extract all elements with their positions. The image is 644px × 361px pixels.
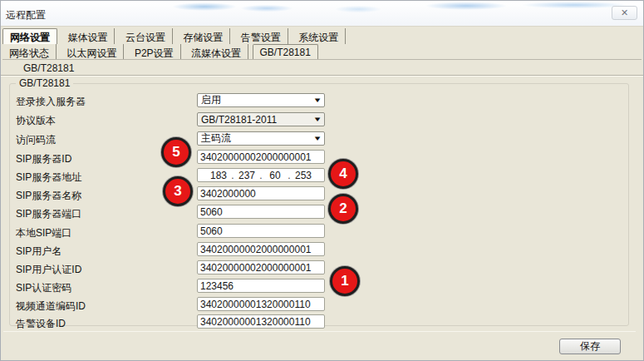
tab-p2p-settings[interactable]: P2P设置	[128, 44, 181, 60]
ip-octet-2: 237	[237, 170, 257, 181]
ip-octet-3: 60	[265, 170, 285, 181]
sip-server-id-field[interactable]	[197, 150, 325, 164]
sip-username-field[interactable]	[197, 242, 325, 256]
label-login-access-server: 登录接入服务器	[16, 95, 86, 109]
label-sip-username: SIP用户名	[16, 245, 61, 259]
access-stream-select[interactable]: 主码流 ▼	[197, 131, 325, 146]
sip-server-name-field[interactable]	[197, 186, 325, 200]
tab-stream-media-settings[interactable]: 流媒体设置	[184, 44, 248, 60]
ip-octet-4: 253	[293, 170, 313, 181]
callout-badge-4: 4	[328, 159, 358, 189]
login-access-server-value: 启用	[201, 93, 221, 107]
groupbox-legend: GB/T28181	[16, 77, 73, 89]
tab-ptz-settings[interactable]: 云台设置	[119, 28, 173, 44]
tab-media-settings[interactable]: 媒体设置	[61, 28, 115, 44]
close-icon[interactable]: ✕	[612, 6, 637, 20]
callout-badge-5: 5	[161, 137, 191, 167]
chevron-down-icon: ▼	[312, 96, 322, 104]
ip-dot: .	[229, 170, 237, 181]
ip-dot: .	[285, 170, 293, 181]
tab-system-settings[interactable]: 系统设置	[292, 28, 346, 44]
tab-ethernet-settings[interactable]: 以太网设置	[60, 44, 124, 60]
title-bar: 远程配置 ✕	[1, 1, 643, 27]
callout-badge-1: 1	[330, 266, 360, 296]
tabstrip-level2: 网络状态 以太网设置 P2P设置 流媒体设置 GB/T28181	[2, 44, 642, 60]
tabstrip-level1: 网络设置 媒体设置 云台设置 存储设置 告警设置 系统设置	[2, 28, 642, 44]
label-sip-user-auth-id: SIP用户认证ID	[16, 263, 81, 277]
video-channel-id-field[interactable]	[197, 297, 325, 311]
tab-network-settings[interactable]: 网络设置	[2, 28, 57, 44]
protocol-version-select[interactable]: GB/T28181-2011 ▼	[197, 112, 325, 126]
save-button[interactable]: 保存	[559, 339, 621, 354]
alarm-device-id-field[interactable]	[197, 314, 325, 329]
label-sip-server-name: SIP服务器名称	[16, 189, 81, 203]
login-access-server-select[interactable]: 启用 ▼	[197, 93, 325, 107]
sip-server-port-field[interactable]	[197, 205, 325, 219]
label-protocol-version: 协议版本	[16, 114, 56, 128]
remote-config-dialog: 远程配置 ✕ 网络设置 媒体设置 云台设置 存储设置 告警设置 系统设置 网络状…	[0, 0, 644, 361]
label-sip-server-address: SIP服务器地址	[16, 171, 81, 185]
ip-octet-1: 183	[209, 170, 229, 181]
ip-dot: .	[257, 170, 265, 181]
callout-badge-3: 3	[163, 176, 193, 206]
page-title: GB/T28181	[23, 62, 74, 74]
label-access-stream: 访问码流	[16, 133, 56, 147]
tabstrip-underline	[2, 59, 642, 60]
label-sip-server-id: SIP服务器ID	[16, 152, 71, 166]
label-alarm-device-id: 告警设备ID	[16, 317, 66, 331]
chevron-down-icon: ▼	[312, 116, 322, 123]
label-sip-auth-password: SIP认证密码	[16, 281, 71, 295]
tab-pane-bottom-edge	[3, 331, 636, 332]
tab-storage-settings[interactable]: 存储设置	[176, 28, 230, 44]
local-sip-port-field[interactable]	[197, 224, 325, 238]
sip-auth-password-field[interactable]	[197, 279, 325, 293]
label-sip-server-port: SIP服务器端口	[16, 207, 81, 221]
access-stream-value: 主码流	[201, 131, 231, 146]
label-local-sip-port: 本地SIP端口	[16, 226, 71, 240]
protocol-version-value: GB/T28181-2011	[201, 114, 277, 126]
tab-gbt28181[interactable]: GB/T28181	[253, 44, 318, 60]
tab-alarm-settings[interactable]: 告警设置	[234, 28, 288, 44]
header-separator	[1, 75, 643, 77]
dialog-title: 远程配置	[6, 8, 46, 22]
label-video-channel-id: 视频通道编码ID	[16, 299, 86, 314]
callout-badge-2: 2	[328, 194, 358, 224]
sip-user-auth-id-field[interactable]	[197, 260, 325, 274]
chevron-down-icon: ▼	[312, 135, 322, 142]
tab-network-status[interactable]: 网络状态	[2, 44, 57, 60]
sip-server-address-field[interactable]: 183.237.60.253	[197, 168, 325, 182]
